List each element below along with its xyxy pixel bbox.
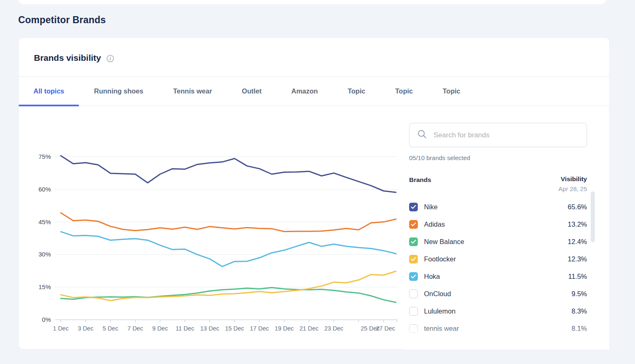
visibility-line-chart: 75%60%45%30%15%0%1 Dec3 Dec5 Dec7 Dec9 D… [31,148,403,343]
tab-tennis-wear[interactable]: Tennis wear [158,77,227,105]
brand-row-hoka: Hoka11.5% [409,268,587,285]
tab-topic-7[interactable]: Topic [428,77,475,105]
card-title: Brands visibility [34,53,101,63]
y-axis-label: 15% [38,283,51,290]
page-title: Competitor Brands [18,14,106,26]
brand-row-lululemon: Lululemon8.3% [409,302,587,320]
x-axis-label: 15 Dec [225,325,244,332]
visibility-date-label: Apr 28, 25 [558,185,587,192]
brand-name-oncloud: OnCloud [424,290,565,298]
brand-row-adidas: Adidas13.2% [409,216,587,233]
x-axis-label: 7 Dec [127,325,143,332]
tab-topic-5[interactable]: Topic [333,77,380,105]
topic-tabs: All topicsRunning shoesTennis wearOutlet… [19,77,609,106]
line-hoka [61,232,396,266]
y-axis-label: 0% [42,316,51,323]
x-axis-label: 13 Dec [200,325,219,332]
brand-value-hoka: 11.5% [568,273,587,280]
checkbox-nike[interactable] [409,203,418,211]
checkbox-new-balance[interactable] [409,237,418,246]
brand-list-header: Brands Visibility Apr 28, 25 [409,175,587,192]
checkbox-lululemon[interactable] [409,307,418,316]
previous-card-bottom-edge [18,0,606,4]
line-nike [61,156,396,192]
brands-visibility-card: Brands visibility All topicsRunning shoe… [18,37,610,350]
x-axis-label: 23 Dec [324,325,343,332]
brand-value-tennis-wear: 8.1% [571,325,587,333]
checkbox-footlocker[interactable] [409,255,418,263]
brand-name-new-balance: New Balance [424,238,561,246]
brand-name-tennis-wear: tennis wear [424,325,565,333]
x-axis-label: 19 Dec [275,325,294,332]
brand-name-adidas: Adidas [424,220,561,228]
checkbox-hoka[interactable] [409,272,418,281]
checkbox-tennis-wear[interactable] [409,324,418,333]
brands-selected-summary: 05/10 brands selected [409,154,587,161]
x-axis-label: 5 Dec [103,325,118,332]
x-axis-label: 11 Dec [176,325,194,332]
brand-name-nike: Nike [424,203,561,211]
y-axis-label: 45% [38,218,51,225]
brands-panel: 05/10 brands selected Brands Visibility … [409,123,587,337]
tab-all-topics[interactable]: All topics [19,77,79,105]
line-footlocker [61,271,396,301]
y-axis-label: 75% [38,153,51,160]
brand-value-footlocker: 12.3% [568,255,587,263]
tab-amazon[interactable]: Amazon [276,77,333,105]
tab-running-shoes[interactable]: Running shoes [79,77,158,105]
chart-svg: 75%60%45%30%15%0%1 Dec3 Dec5 Dec7 Dec9 D… [31,148,403,343]
card-header: Brands visibility [19,38,609,77]
tab-outlet[interactable]: Outlet [227,77,277,105]
brand-list: Nike65.6%Adidas13.2%New Balance12.4%Foot… [409,198,587,337]
x-axis-label: 21 Dec [300,325,319,332]
x-axis-label: 3 Dec [78,325,93,332]
checkbox-oncloud[interactable] [409,290,418,298]
brand-list-scrollbar[interactable] [591,192,595,242]
x-axis-label: 27 Dec [376,325,395,332]
brand-value-nike: 65.6% [568,203,587,211]
brand-name-hoka: Hoka [424,273,562,280]
brand-name-lululemon: Lululemon [424,307,565,315]
y-axis-label: 30% [38,251,51,258]
visibility-column-header: Visibility [558,175,587,183]
brand-value-new-balance: 12.4% [568,238,587,246]
checkbox-adidas[interactable] [409,220,418,229]
y-axis-label: 60% [38,186,51,193]
x-axis-label: 9 Dec [152,325,168,332]
info-icon[interactable] [106,55,114,62]
x-axis-label: 17 Dec [250,325,269,332]
search-input[interactable] [434,131,579,139]
brand-row-oncloud: OnCloud9.5% [409,285,587,302]
tab-topic-6[interactable]: Topic [380,77,428,105]
brand-value-oncloud: 9.5% [571,290,587,298]
brand-search-box[interactable] [409,123,587,147]
x-axis-label: 1 Dec [53,325,69,332]
search-icon [417,129,427,141]
brand-value-adidas: 13.2% [568,220,587,228]
brand-row-tennis-wear: tennis wear8.1% [409,320,587,337]
brand-row-footlocker: Footlocker12.3% [409,250,587,268]
brand-row-new-balance: New Balance12.4% [409,233,587,250]
brand-value-lululemon: 8.3% [571,307,587,315]
brand-name-footlocker: Footlocker [424,255,561,263]
brands-column-header: Brands [409,175,431,184]
brand-row-nike: Nike65.6% [409,198,587,216]
